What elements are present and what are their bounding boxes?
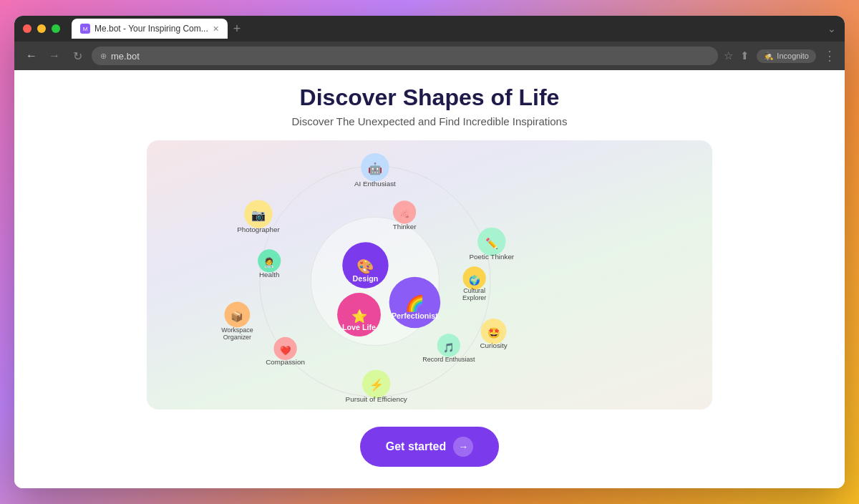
tab-bar: M Me.bot - Your Inspiring Com... ✕ + <box>72 19 822 39</box>
node-design[interactable]: 🎨 Design <box>342 242 388 288</box>
svg-text:✏️: ✏️ <box>485 237 498 250</box>
svg-text:🌍: 🌍 <box>469 275 480 286</box>
svg-text:🧠: 🧠 <box>399 208 411 220</box>
node-photographer[interactable]: 📷 Photographer <box>237 200 280 233</box>
svg-text:Curiosity: Curiosity <box>480 341 507 349</box>
svg-text:Thinker: Thinker <box>393 223 417 231</box>
svg-text:🤩: 🤩 <box>487 326 500 339</box>
svg-text:AI Enthusiast: AI Enthusiast <box>354 180 396 188</box>
node-ai-enthusiast[interactable]: 🤖 AI Enthusiast <box>354 153 396 188</box>
share-icon[interactable]: ⬆ <box>740 49 749 62</box>
address-bar[interactable]: ⊕ me.bot <box>92 47 718 65</box>
svg-text:Perfectionist: Perfectionist <box>392 311 438 320</box>
svg-text:🌈: 🌈 <box>405 294 424 313</box>
tab-close-icon[interactable]: ✕ <box>213 24 219 34</box>
page-subtitle: Discover The Unexpected and Find Incredi… <box>292 115 568 127</box>
diagram-wrapper: 🤖 AI Enthusiast 🧠 Thinker ✏️ Poetic Thin… <box>147 140 712 410</box>
svg-text:Love Life: Love Life <box>342 323 376 331</box>
lock-icon: ⊕ <box>100 52 107 61</box>
svg-text:Cultural: Cultural <box>463 287 485 294</box>
incognito-badge[interactable]: 🕵 Incognito <box>757 49 816 63</box>
get-started-button[interactable]: Get started → <box>360 427 499 467</box>
svg-text:Record Enthusiast: Record Enthusiast <box>422 356 475 363</box>
node-love-life[interactable]: ⭐ Love Life <box>337 293 381 336</box>
page-content: Discover Shapes of Life Discover The Une… <box>14 70 845 488</box>
page-title: Discover Shapes of Life <box>300 84 560 111</box>
node-workspace-organizer[interactable]: 📦 Workspace Organizer <box>221 302 253 341</box>
node-curiosity[interactable]: 🤩 Curiosity <box>480 319 507 349</box>
browser-titlebar: M Me.bot - Your Inspiring Com... ✕ + ⌄ <box>14 16 845 42</box>
browser-window: M Me.bot - Your Inspiring Com... ✕ + ⌄ ←… <box>14 16 845 488</box>
close-button[interactable] <box>23 24 31 33</box>
node-health[interactable]: 🧑‍⚕️ Health <box>258 249 281 278</box>
tab-favicon: M <box>80 24 90 34</box>
url-display: me.bot <box>111 51 140 62</box>
svg-text:Design: Design <box>353 274 379 283</box>
svg-text:Explorer: Explorer <box>462 294 486 301</box>
svg-text:⚡: ⚡ <box>369 378 384 392</box>
node-record-enthusiast[interactable]: 🎵 Record Enthusiast <box>422 334 475 362</box>
node-compassion[interactable]: ❤️ Compassion <box>266 337 305 366</box>
back-button[interactable]: ← <box>23 49 40 62</box>
refresh-button[interactable]: ↻ <box>69 49 86 63</box>
svg-text:Photographer: Photographer <box>237 226 280 233</box>
active-tab[interactable]: M Me.bot - Your Inspiring Com... ✕ <box>72 19 228 39</box>
svg-text:Workspace: Workspace <box>221 326 253 334</box>
browser-addressbar: ← → ↻ ⊕ me.bot ☆ ⬆ 🕵 Incognito ⋮ <box>14 42 845 70</box>
kebab-menu-button[interactable]: ⋮ <box>823 48 836 64</box>
svg-text:🧑‍⚕️: 🧑‍⚕️ <box>263 257 275 268</box>
node-perfectionist[interactable]: 🌈 Perfectionist <box>389 277 441 329</box>
incognito-icon: 🕵 <box>764 52 774 61</box>
addressbar-actions: ☆ ⬆ 🕵 Incognito ⋮ <box>724 48 836 64</box>
svg-text:🎵: 🎵 <box>443 342 455 354</box>
svg-text:📷: 📷 <box>251 208 266 222</box>
star-icon[interactable]: ☆ <box>724 49 733 62</box>
svg-text:🤖: 🤖 <box>368 162 383 175</box>
svg-text:📦: 📦 <box>230 310 243 323</box>
new-tab-button[interactable]: + <box>230 21 244 37</box>
incognito-label: Incognito <box>777 52 809 60</box>
forward-button[interactable]: → <box>46 49 63 62</box>
get-started-label: Get started <box>386 440 446 453</box>
svg-text:Compassion: Compassion <box>266 358 305 366</box>
svg-text:Health: Health <box>259 271 279 278</box>
svg-text:❤️: ❤️ <box>280 345 291 357</box>
tab-title: Me.bot - Your Inspiring Com... <box>94 24 208 34</box>
svg-text:🎨: 🎨 <box>356 258 374 275</box>
node-cultural-explorer[interactable]: 🌍 Cultural Explorer <box>462 266 486 301</box>
titlebar-right: ⌄ <box>828 23 836 34</box>
titlebar-chevron-icon: ⌄ <box>828 23 836 34</box>
node-poetic-thinker[interactable]: ✏️ Poetic Thinker <box>470 228 515 261</box>
svg-text:Organizer: Organizer <box>223 334 251 341</box>
svg-text:⭐: ⭐ <box>351 309 368 324</box>
maximize-button[interactable] <box>52 24 60 33</box>
node-thinker[interactable]: 🧠 Thinker <box>393 200 417 230</box>
minimize-button[interactable] <box>37 24 46 33</box>
arrow-icon: → <box>453 437 473 457</box>
svg-text:Pursuit of Efficiency: Pursuit of Efficiency <box>346 395 407 403</box>
svg-text:Poetic Thinker: Poetic Thinker <box>470 253 515 261</box>
diagram-svg: 🤖 AI Enthusiast 🧠 Thinker ✏️ Poetic Thin… <box>147 140 712 410</box>
node-pursuit-efficiency[interactable]: ⚡ Pursuit of Efficiency <box>346 369 407 403</box>
